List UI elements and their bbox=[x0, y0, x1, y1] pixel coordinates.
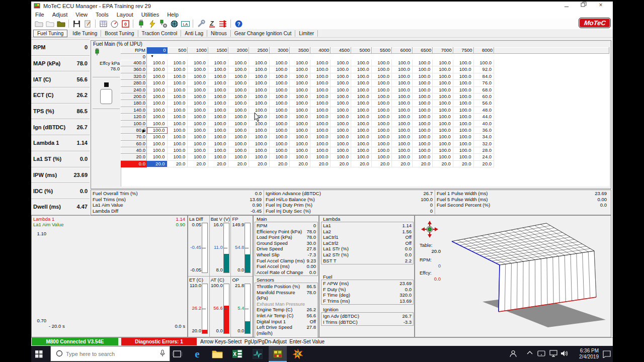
table-cell[interactable]: 100.0 bbox=[188, 134, 208, 140]
table-cell[interactable]: 100.0 bbox=[228, 60, 249, 66]
chevron-up-icon[interactable] bbox=[526, 350, 533, 357]
network-icon[interactable] bbox=[549, 350, 557, 358]
table-cell[interactable]: 100.0 bbox=[413, 134, 433, 140]
table-cell[interactable]: 100.0 bbox=[331, 107, 351, 114]
table-cell[interactable]: 20.0 bbox=[188, 161, 208, 167]
table-cell[interactable]: 100.0 bbox=[372, 66, 392, 73]
table-cell[interactable]: 100.0 bbox=[351, 60, 372, 66]
error-count-button[interactable]: 0 bbox=[120, 19, 130, 28]
table-cell[interactable]: 100.0 bbox=[372, 127, 392, 134]
table-cell[interactable]: 20.0 bbox=[168, 161, 188, 167]
col-header[interactable]: 3000 bbox=[270, 47, 290, 54]
table-cell[interactable]: 100.0 bbox=[168, 66, 188, 73]
start-button[interactable] bbox=[35, 350, 43, 359]
col-header[interactable]: 3500 bbox=[290, 47, 310, 54]
table-cell[interactable]: 100.0 bbox=[392, 87, 413, 94]
table-cell[interactable]: 100.0 bbox=[228, 87, 249, 94]
table-cell[interactable]: 100.0 bbox=[147, 100, 168, 107]
table-cell[interactable]: 100.0 bbox=[310, 114, 331, 120]
table-cell[interactable]: 100.0 bbox=[228, 127, 249, 134]
col-header[interactable]: 500 bbox=[168, 47, 188, 54]
table-cell[interactable]: 92.0 bbox=[474, 66, 495, 73]
volume-icon[interactable] bbox=[560, 350, 569, 358]
col-header[interactable]: 6500 bbox=[413, 47, 433, 54]
table-cell[interactable]: 100.0 bbox=[270, 134, 290, 140]
tab-traction-control[interactable]: Traction Control bbox=[138, 30, 182, 37]
table-cell[interactable]: 100.0 bbox=[474, 60, 495, 66]
table-cell[interactable]: 100.0 bbox=[372, 114, 392, 120]
table-cell[interactable]: 100.0 bbox=[188, 100, 208, 107]
table-cell[interactable]: 100.0 bbox=[270, 127, 290, 134]
table-cell[interactable]: 100.0 bbox=[249, 60, 270, 66]
table-cell[interactable]: 100.0 bbox=[168, 134, 188, 140]
table-cell[interactable]: 40.0 bbox=[474, 121, 495, 127]
table-cell[interactable]: 100.0 bbox=[351, 87, 372, 94]
tablet-icon[interactable] bbox=[537, 350, 545, 358]
table-cell[interactable]: 100.0 bbox=[392, 154, 413, 160]
people-icon[interactable] bbox=[509, 350, 517, 358]
table-cell[interactable]: 100.0 bbox=[188, 127, 208, 134]
table-cell[interactable]: 100.0 bbox=[453, 134, 474, 140]
table-cell[interactable]: 100.0 bbox=[372, 107, 392, 114]
table-cell[interactable]: 100.0 bbox=[310, 87, 331, 94]
motec-app-icon[interactable] bbox=[269, 346, 287, 362]
table-cell[interactable]: 100.0 bbox=[413, 154, 433, 160]
table-cell[interactable]: 20.0 bbox=[208, 161, 229, 167]
col-header[interactable]: 1000 bbox=[188, 47, 208, 54]
table-cell[interactable]: 100.0 bbox=[331, 114, 351, 120]
col-header[interactable]: 6000 bbox=[392, 47, 413, 54]
table-cell[interactable]: 100.0 bbox=[168, 114, 188, 120]
task-view-icon[interactable] bbox=[168, 346, 186, 362]
row-header[interactable]: 20.0 bbox=[121, 154, 147, 160]
table-cell[interactable]: 100.0 bbox=[249, 94, 270, 100]
table-cell[interactable]: 100.0 bbox=[453, 73, 474, 80]
table-cell[interactable]: 100.0 bbox=[188, 66, 208, 73]
table-cell[interactable]: 100.0 bbox=[270, 94, 290, 100]
table-cell[interactable]: 100.0 bbox=[351, 94, 372, 100]
table-cell[interactable]: 100.0 bbox=[168, 60, 188, 66]
table-cell[interactable]: 100.0 bbox=[290, 73, 310, 80]
table-cell[interactable]: 100.0 bbox=[351, 66, 372, 73]
table-cell[interactable]: 100.0 bbox=[249, 73, 270, 80]
table-cell[interactable]: 100.0 bbox=[392, 147, 413, 154]
table-cell[interactable]: 100.0 bbox=[433, 107, 453, 114]
open-folder-button[interactable] bbox=[56, 19, 66, 28]
table-cell[interactable]: 36.0 bbox=[474, 127, 495, 134]
table-cell[interactable]: 100.0 bbox=[208, 80, 229, 86]
table-cell[interactable]: 100.0 bbox=[413, 100, 433, 107]
table-cell[interactable]: 100.0 bbox=[228, 73, 249, 80]
table-cell[interactable]: 100.0 bbox=[331, 141, 351, 147]
table-cell[interactable]: 100.0 bbox=[310, 127, 331, 134]
table-cell[interactable]: 100.0 bbox=[331, 73, 351, 80]
axis-slider-thumb[interactable] bbox=[100, 89, 112, 104]
table-cell[interactable]: 100.0 bbox=[351, 80, 372, 86]
table-cell[interactable]: 100.0 bbox=[310, 121, 331, 127]
table-cell[interactable]: 100.0 bbox=[290, 127, 310, 134]
table-cell[interactable]: 100.0 bbox=[147, 147, 168, 154]
table-cell[interactable]: 100.0 bbox=[290, 100, 310, 107]
table-cell[interactable]: 28.0 bbox=[474, 147, 495, 154]
table-cell[interactable]: 100.0 bbox=[168, 141, 188, 147]
table-cell[interactable]: 100.0 bbox=[331, 127, 351, 134]
table-cell[interactable]: 100.0 bbox=[372, 141, 392, 147]
table-cell[interactable]: 100.0 bbox=[290, 147, 310, 154]
table-cell[interactable]: 100.0 bbox=[208, 60, 229, 66]
table-cell[interactable]: 100.0 bbox=[351, 134, 372, 140]
action-center-icon[interactable] bbox=[603, 350, 611, 359]
table-cell[interactable]: 100.0 bbox=[208, 94, 229, 100]
table-cell[interactable]: 100.0 bbox=[372, 60, 392, 66]
table-cell[interactable]: 100.0 bbox=[208, 114, 229, 120]
table-cell[interactable]: 100.0 bbox=[372, 94, 392, 100]
table-cell[interactable]: 100.0 bbox=[351, 127, 372, 134]
table-cell[interactable]: 20.0 bbox=[290, 161, 310, 167]
table-cell[interactable]: 100.0 bbox=[270, 66, 290, 73]
table-cell[interactable]: 20.0 bbox=[433, 161, 453, 167]
table-cell[interactable]: 100.0 bbox=[188, 87, 208, 94]
table-cell[interactable]: 100.0 bbox=[392, 60, 413, 66]
table-cell[interactable]: 100.0 bbox=[147, 127, 168, 134]
table-cell[interactable]: 100.0 bbox=[188, 154, 208, 160]
menu-utilities[interactable]: Utilities bbox=[137, 12, 163, 18]
table-cell[interactable]: 100.0 bbox=[228, 107, 249, 114]
microphone-icon[interactable] bbox=[159, 349, 166, 358]
table-cell[interactable]: 100.0 bbox=[331, 121, 351, 127]
